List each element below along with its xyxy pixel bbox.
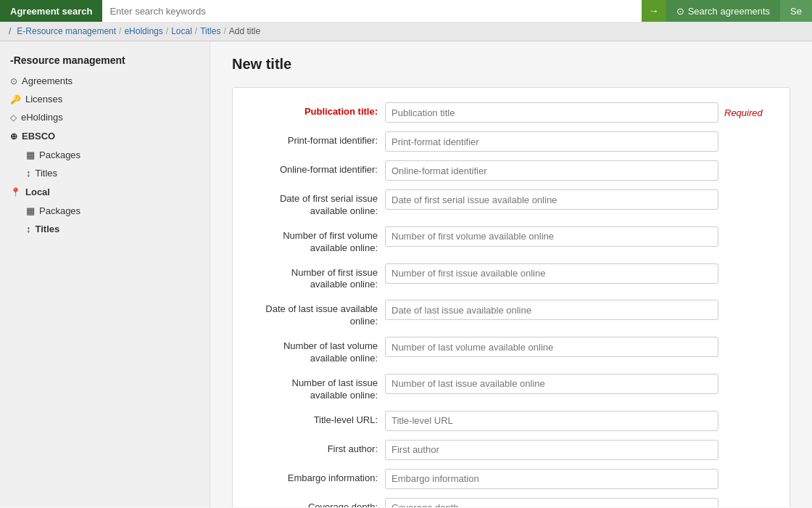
breadcrumb-eholdings[interactable]: eHoldings: [124, 26, 162, 36]
input-first-author[interactable]: [385, 440, 718, 460]
agreements-icon: ⊙: [10, 76, 17, 86]
form-row-publication-title: Publication title: Required: [254, 102, 768, 123]
search-submit-button[interactable]: →: [642, 0, 666, 22]
sidebar-item-ebsco-titles[interactable]: ↕ Titles: [0, 164, 210, 182]
input-num-last-volume[interactable]: [385, 337, 718, 357]
input-online-format[interactable]: [385, 160, 718, 181]
breadcrumb-current: Add title: [229, 26, 260, 36]
search-circle-icon: ⊙: [676, 6, 684, 17]
sidebar-agreements-label: Agreements: [22, 75, 72, 86]
local-icon: 📍: [10, 187, 21, 197]
sidebar-local-label: Local: [25, 187, 50, 197]
form-row-num-first-issue: Number of first issue available online:: [254, 263, 768, 292]
main-layout: -Resource management ⊙ Agreements 🔑 Lice…: [0, 41, 812, 507]
breadcrumb-home[interactable]: /: [9, 26, 11, 36]
label-print-format: Print-format identifier:: [254, 131, 378, 147]
input-num-first-volume[interactable]: [385, 226, 718, 247]
titles-icon: ↕: [26, 168, 31, 179]
sidebar-licenses-label: Licenses: [25, 94, 62, 105]
packages-icon: ▦: [26, 149, 35, 160]
form-row-num-last-issue: Number of last issue available online:: [254, 374, 768, 402]
sidebar-eholdings-label: eHoldings: [21, 112, 63, 123]
top-bar-actions: ⊙ Search agreements Se: [666, 0, 812, 22]
eholdings-icon: ◇: [10, 112, 17, 123]
input-date-last-issue[interactable]: [385, 300, 718, 320]
breadcrumb-eresource[interactable]: E-Resource management: [17, 26, 116, 36]
label-date-first-serial: Date of first serial issue available onl…: [254, 189, 378, 218]
se-button[interactable]: Se: [780, 0, 812, 22]
form-row-embargo: Embargo information:: [254, 469, 768, 489]
input-embargo[interactable]: [385, 469, 718, 489]
search-agreements-button[interactable]: ⊙ Search agreements: [666, 0, 780, 22]
search-bar: →: [102, 0, 666, 22]
ebsco-icon: ⊕: [10, 131, 17, 142]
sidebar-item-eholdings[interactable]: ◇ eHoldings: [0, 108, 210, 126]
app-title[interactable]: Agreement search: [0, 0, 102, 22]
breadcrumb-local[interactable]: Local: [171, 26, 192, 36]
sidebar-section-title: -Resource management: [0, 49, 210, 72]
sidebar-group-ebsco[interactable]: ⊕ EBSCO: [0, 126, 210, 146]
label-online-format: Online-format identifier:: [254, 160, 378, 176]
input-title-url[interactable]: [385, 411, 718, 431]
local-titles-icon: ↕: [26, 224, 31, 234]
input-publication-title[interactable]: [385, 102, 718, 123]
sidebar: -Resource management ⊙ Agreements 🔑 Lice…: [0, 41, 210, 507]
ebsco-titles-label: Titles: [36, 168, 58, 179]
input-coverage-depth[interactable]: [385, 498, 718, 507]
local-titles-label: Titles: [36, 224, 60, 234]
input-num-first-issue[interactable]: [385, 263, 718, 284]
required-text: Required: [724, 107, 763, 118]
top-bar: Agreement search → ⊙ Search agreements S…: [0, 0, 812, 22]
ebsco-packages-label: Packages: [39, 149, 80, 160]
form-row-coverage-depth: Coverage depth:: [254, 498, 768, 507]
sidebar-item-ebsco-packages[interactable]: ▦ Packages: [0, 146, 210, 164]
label-num-first-volume: Number of first volume available online:: [254, 226, 378, 255]
form-row-date-first-serial: Date of first serial issue available onl…: [254, 189, 768, 218]
form-row-print-format: Print-format identifier:: [254, 131, 768, 152]
sidebar-item-licenses[interactable]: 🔑 Licenses: [0, 90, 210, 108]
label-publication-title: Publication title:: [254, 102, 378, 118]
search-input[interactable]: [102, 0, 641, 22]
sidebar-group-local[interactable]: 📍 Local: [0, 182, 210, 202]
label-date-last-issue: Date of last issue available online:: [254, 300, 378, 328]
form-row-online-format: Online-format identifier:: [254, 160, 768, 181]
main-content: New title Publication title: Required Pr…: [210, 41, 812, 507]
form-row-num-first-volume: Number of first volume available online:: [254, 226, 768, 255]
form-row-first-author: First author:: [254, 440, 768, 460]
sidebar-item-local-packages[interactable]: ▦ Packages: [0, 202, 210, 220]
breadcrumb: / E-Resource management / eHoldings / Lo…: [0, 22, 812, 41]
sidebar-item-local-titles[interactable]: ↕ Titles: [0, 220, 210, 238]
form-row-num-last-volume: Number of last volume available online:: [254, 337, 768, 365]
sidebar-ebsco-label: EBSCO: [22, 131, 55, 142]
breadcrumb-titles[interactable]: Titles: [200, 26, 220, 36]
label-num-first-issue: Number of first issue available online:: [254, 263, 378, 292]
input-num-last-issue[interactable]: [385, 374, 718, 394]
label-coverage-depth: Coverage depth:: [254, 498, 378, 507]
input-date-first-serial[interactable]: [385, 189, 718, 210]
label-title-url: Title-level URL:: [254, 411, 378, 427]
licenses-icon: 🔑: [10, 94, 21, 105]
label-num-last-volume: Number of last volume available online:: [254, 337, 378, 365]
form-row-date-last-issue: Date of last issue available online:: [254, 300, 768, 328]
form-row-title-url: Title-level URL:: [254, 411, 768, 431]
local-packages-label: Packages: [39, 205, 80, 216]
label-first-author: First author:: [254, 440, 378, 456]
page-title: New title: [232, 56, 790, 73]
local-packages-icon: ▦: [26, 205, 35, 216]
new-title-form: Publication title: Required Print-format…: [232, 87, 790, 507]
label-num-last-issue: Number of last issue available online:: [254, 374, 378, 402]
input-print-format[interactable]: [385, 131, 718, 152]
label-embargo: Embargo information:: [254, 469, 378, 485]
sidebar-item-agreements[interactable]: ⊙ Agreements: [0, 72, 210, 90]
